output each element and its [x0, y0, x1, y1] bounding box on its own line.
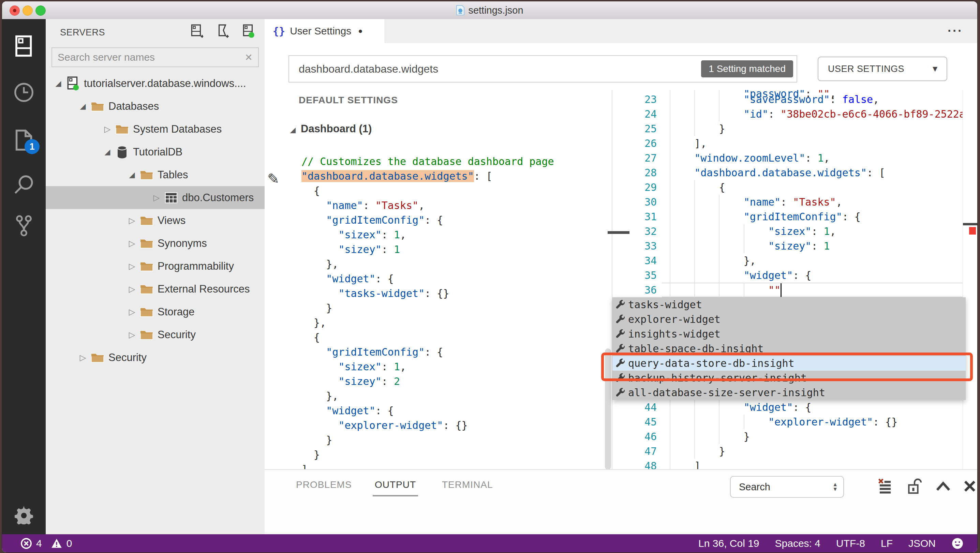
indent-guide — [694, 209, 695, 224]
suggest-item-table-space-db-insight[interactable]: table-space-db-insight — [612, 341, 966, 356]
settings-search-input[interactable]: dashboard.database.widgets 1 Setting mat… — [288, 55, 797, 83]
tab-user-settings[interactable]: {} User Settings ● — [265, 19, 385, 43]
default-code-line: { — [301, 183, 320, 198]
errors-icon[interactable] — [21, 538, 32, 549]
twisty-expanded-icon[interactable]: ◢ — [102, 148, 113, 156]
user-code-line: "savePassword": false, — [670, 92, 879, 107]
twisty-collapsed-icon[interactable]: ▷ — [102, 124, 113, 134]
indent-guide — [694, 107, 695, 121]
panel-tab-output[interactable]: OUTPUT — [375, 479, 416, 490]
search-icon[interactable] — [2, 166, 46, 203]
suggest-item-label: insights-widget — [628, 328, 721, 340]
twisty-collapsed-icon[interactable]: ▷ — [126, 216, 138, 226]
folder-icon — [89, 100, 107, 113]
maximize-panel-icon[interactable] — [934, 477, 953, 496]
twisty-collapsed-icon[interactable]: ▷ — [126, 307, 138, 317]
indent-guide — [694, 415, 695, 429]
line-number: 25 — [612, 121, 657, 136]
tree-item-label: tutorialserver.database.windows.... — [84, 77, 246, 90]
settings-search-value: dashboard.database.widgets — [299, 63, 701, 75]
new-server-group-icon[interactable] — [216, 24, 229, 40]
twisty-expanded-icon[interactable]: ◢ — [126, 170, 138, 180]
clear-search-icon[interactable]: ✕ — [245, 52, 253, 63]
active-connections-icon[interactable] — [242, 24, 255, 40]
twisty-expanded-icon[interactable]: ◢ — [52, 79, 64, 88]
tree-item-databases[interactable]: ◢Databases — [46, 95, 265, 118]
new-connection-icon[interactable] — [190, 24, 203, 40]
tree-item-system-databases[interactable]: ▷System Databases — [46, 118, 265, 140]
tree-item-synonyms[interactable]: ▷Synonyms — [46, 232, 265, 255]
default-code-line: "dashboard.database.widgets": [ — [301, 169, 492, 183]
modified-indicator: ● — [358, 27, 363, 35]
eol-sequence[interactable]: LF — [881, 538, 893, 549]
source-control-icon[interactable] — [2, 207, 46, 245]
indentation[interactable]: Spaces: 4 — [775, 538, 821, 549]
twisty-collapsed-icon[interactable]: ▷ — [126, 238, 138, 248]
tree-item-tutorialserver-database-windows[interactable]: ◢tutorialserver.database.windows.... — [46, 72, 265, 95]
suggest-item-explorer-widget[interactable]: explorer-widget — [612, 312, 966, 327]
default-code-line: } — [301, 433, 332, 447]
server-search-input[interactable]: Search server names ✕ — [51, 48, 259, 67]
suggest-item-tasks-widget[interactable]: tasks-widget — [612, 297, 966, 312]
indent-guide — [670, 92, 670, 107]
indent-guide — [719, 238, 719, 253]
twisty-collapsed-icon[interactable]: ▷ — [126, 262, 138, 271]
user-code-line: ], — [670, 136, 706, 151]
twisty-collapsed-icon[interactable]: ▷ — [77, 353, 89, 362]
more-actions-button[interactable]: ··· — [948, 24, 963, 38]
default-pane-scrollbar[interactable] — [605, 348, 611, 469]
user-code-line: "sizey": 1 — [670, 238, 830, 253]
twisty-expanded-icon[interactable]: ◢ — [77, 102, 89, 111]
tree-item-label: Views — [158, 215, 186, 227]
tree-item-storage[interactable]: ▷Storage — [46, 300, 265, 323]
twisty-collapsed-icon[interactable]: ▷ — [126, 330, 138, 340]
overview-ruler[interactable] — [963, 90, 977, 469]
tree-item-views[interactable]: ▷Views — [46, 209, 265, 232]
settings-scope-select[interactable]: USER SETTINGS ▼ — [818, 57, 947, 81]
line-number: 27 — [612, 151, 657, 165]
warnings-icon[interactable] — [51, 538, 62, 549]
close-panel-icon[interactable] — [960, 477, 977, 496]
servers-icon[interactable] — [2, 27, 46, 65]
feedback-smiley-icon[interactable] — [951, 537, 964, 550]
tree-item-dbo-customers[interactable]: ▷dbo.Customers — [46, 186, 265, 209]
error-marker — [969, 227, 976, 235]
unlock-icon[interactable] — [905, 477, 924, 496]
section-dashboard[interactable]: ◢Dashboard (1) — [287, 123, 372, 135]
tree-item-security[interactable]: ▷Security — [46, 346, 265, 369]
panel-tab-terminal[interactable]: TERMINAL — [442, 479, 493, 490]
panel-tab-problems[interactable]: PROBLEMS — [296, 479, 352, 490]
indent-guide — [719, 400, 719, 415]
tree-item-security[interactable]: ▷Security — [46, 323, 265, 346]
open-editors-icon[interactable]: 1 — [2, 121, 46, 159]
language-mode[interactable]: JSON — [908, 538, 935, 549]
output-channel-select[interactable]: Search ▲▼ — [730, 476, 844, 498]
twisty-collapsed-icon[interactable]: ▷ — [151, 193, 162, 202]
tree-item-external-resources[interactable]: ▷External Resources — [46, 278, 265, 300]
indent-guide — [719, 209, 719, 224]
tree-item-tutorialdb[interactable]: ◢TutorialDB — [46, 140, 265, 163]
suggest-item-all-database-size-server-insight[interactable]: all-database-size-server-insight — [612, 385, 966, 400]
suggest-item-label: query-data-store-db-insight — [628, 357, 794, 369]
twisty-collapsed-icon[interactable]: ▷ — [126, 284, 138, 294]
tree-item-tables[interactable]: ◢Tables — [46, 163, 265, 186]
cursor-position[interactable]: Ln 36, Col 19 — [698, 538, 759, 549]
settings-gear-icon[interactable] — [2, 496, 46, 533]
indent-guide — [670, 209, 670, 224]
tree-item-label: Tables — [158, 169, 188, 181]
settings-scope-label: USER SETTINGS — [828, 64, 904, 74]
default-code-line: }, — [301, 389, 338, 403]
sash-handle[interactable] — [608, 231, 630, 234]
history-clock-icon[interactable] — [2, 74, 46, 111]
wrench-icon — [612, 358, 628, 369]
suggest-item-insights-widget[interactable]: insights-widget — [612, 327, 966, 341]
json-braces-icon: {} — [273, 25, 285, 37]
scrollbar-thumb[interactable] — [963, 223, 977, 226]
encoding[interactable]: UTF-8 — [836, 538, 865, 549]
clear-output-icon[interactable] — [876, 477, 895, 496]
indent-guide — [670, 136, 670, 151]
suggest-item-backup-history-server-insight[interactable]: backup-history-server-insight — [612, 370, 966, 385]
edit-pencil-icon[interactable]: ✎ — [267, 170, 279, 187]
tree-item-programmability[interactable]: ▷Programmability — [46, 255, 265, 278]
suggest-item-query-data-store-db-insight[interactable]: query-data-store-db-insight — [612, 356, 966, 370]
